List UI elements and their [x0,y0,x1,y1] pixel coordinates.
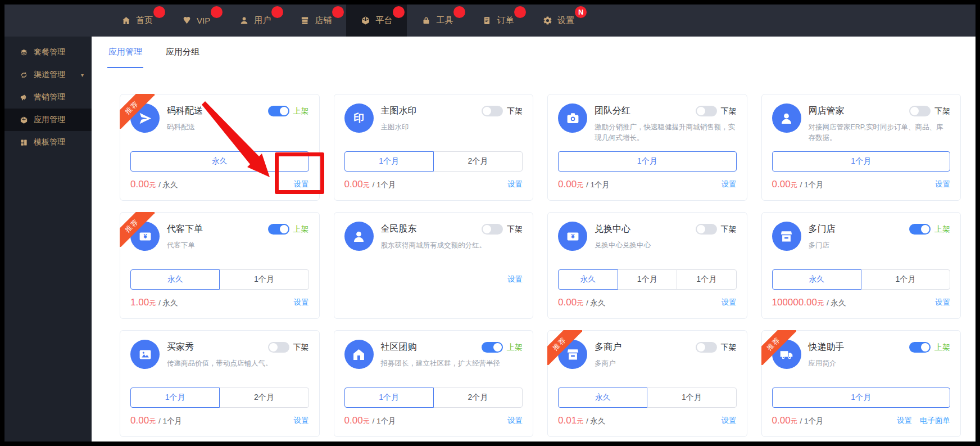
publish-toggle[interactable] [482,224,503,235]
publish-toggle[interactable] [268,106,289,116]
duration-option[interactable]: 永久 [130,151,309,172]
home-icon [121,16,131,25]
publish-toggle[interactable] [696,106,717,116]
app-price: 0.00元/ 永久 [130,179,178,190]
publish-toggle[interactable] [909,342,931,353]
card-header: 社区团购 上架 招募团长，建立社区群，扩大经营半径 [344,340,523,369]
settings-link[interactable]: 设置 [294,298,309,308]
sidebar-item-套餐管理[interactable]: 套餐管理 ▾ [4,41,92,64]
publish-toggle[interactable] [268,342,289,353]
duration-option[interactable]: 2个月 [433,388,523,408]
app-title: 兑换中心 [595,223,630,235]
card-links: 设置 [722,179,737,190]
app-price: 0.00元/ 1个月 [344,179,396,190]
nav-item-label: 平台 [375,15,392,26]
price-row: 1.00元/ 永久 设置 [130,296,309,309]
package-icon [20,48,28,57]
nav-item-订单[interactable]: 订单 [468,4,528,37]
page-body: 套餐管理 ▾ 渠道管理 ▾ 营销管理 ▾ 应用管理 ▾ 模板管理 ▾ 应用管理 … [4,37,976,442]
publish-toggle[interactable] [696,342,717,353]
settings-link[interactable]: 设置 [294,416,309,426]
sidebar: 套餐管理 ▾ 渠道管理 ▾ 营销管理 ▾ 应用管理 ▾ 模板管理 ▾ [4,37,92,442]
publish-toggle[interactable] [696,224,717,235]
sidebar-item-模板管理[interactable]: 模板管理 ▾ [4,131,92,154]
duration-option[interactable]: 1个月 [861,269,950,290]
duration-option[interactable]: 2个月 [219,388,308,408]
app-title: 团队分红 [595,105,630,117]
top-nav: 首页 VIP 用户 店铺 平台 工具 订单 设置 N [4,4,976,37]
nav-item-工具[interactable]: 工具 [407,4,468,37]
card-links: 设置 [935,298,950,308]
app-subtitle: 多门店 [809,240,951,251]
price-row: 0.00元/ 永久 设置 [558,296,737,309]
tab-app-management[interactable]: 应用管理 [107,37,143,68]
chevron-down-icon: ▾ [81,72,84,78]
publish-toggle[interactable] [909,106,931,116]
card-links: 设置 [935,179,950,190]
duration-option[interactable]: 1个月 [647,388,736,408]
sidebar-item-应用管理[interactable]: 应用管理 ▾ [4,109,92,131]
nav-item-VIP[interactable]: VIP [167,4,225,37]
settings-link[interactable]: 设置 [722,298,737,308]
price-row: 0.00元/ 1个月 设置 [344,414,523,427]
tab-bar: 应用管理 应用分组 [92,37,976,68]
app-card-快递助手: 推荐 快递助手 上架 应用简介 1个月 0.00元/ 1个月 设置电子面单 [761,330,961,437]
publish-toggle[interactable] [482,342,503,353]
duration-option[interactable]: 1个月 [344,151,434,172]
app-card-多商户: 推荐 多商户 下架 多商户 永久1个月 0.01元/ 永久 设置 [547,330,747,437]
nav-item-设置[interactable]: 设置 N [528,4,589,37]
app-icon [20,116,28,124]
settings-link[interactable]: 设置 [507,179,523,190]
settings-link[interactable]: 设置 [722,416,737,426]
publish-status: 下架 [721,106,737,116]
stamp-icon: 印 [344,103,374,133]
duration-option[interactable]: 永久 [130,269,220,290]
sidebar-item-营销管理[interactable]: 营销管理 ▾ [4,86,92,109]
settings-link[interactable]: 设置 [507,274,523,285]
duration-option[interactable]: 2个月 [433,151,523,172]
tab-app-groups[interactable]: 应用分组 [165,37,201,68]
price-row: 0.00元/ 1个月 设置电子面单 [772,414,951,427]
card-header: 多商户 下架 多商户 [558,340,737,369]
app-card-码科配送: 推荐 码科配送 上架 码科配送 永久 0.00元/ 永久 设置 [120,94,320,201]
card-links: 设置 [722,416,737,426]
card-header: 码科配送 上架 码科配送 [130,103,309,133]
publish-status: 上架 [507,343,523,353]
duration-option[interactable]: 永久 [772,269,861,290]
shop-icon [300,16,310,25]
publish-toggle[interactable] [909,224,931,235]
app-card-网店管家: 网店管家 下架 对接网店管家ERP,实时同步订单、商品、库存数据。 1个月 0.… [761,94,961,201]
settings-link[interactable]: 设置 [507,416,523,426]
nav-item-店铺[interactable]: 店铺 [285,4,346,37]
duration-option[interactable]: 永久 [558,269,618,290]
duration-option[interactable]: 1个月 [618,269,678,290]
settings-link[interactable]: 设置 [935,298,950,308]
nav-item-label: VIP [197,16,210,25]
nav-item-平台[interactable]: 平台 [346,4,407,37]
card-header: 买家秀 下架 传递商品价值，带动点店铺人气。 [130,340,309,369]
app-card-社区团购: 社区团购 上架 招募团长，建立社区群，扩大经营半径 1个月2个月 0.00元/ … [334,330,534,437]
duration-option[interactable]: 永久 [558,388,647,408]
settings-link[interactable]: 设置 [722,179,737,190]
duration-options: 永久 [130,151,309,172]
duration-option[interactable]: 1个月 [772,388,951,408]
sidebar-item-渠道管理[interactable]: 渠道管理 ▾ [4,64,92,86]
app-description: 招募团长，建立社区群，扩大经营半径 [381,358,523,369]
settings-link[interactable]: 设置 [294,179,309,190]
duration-option[interactable]: 1个月 [344,388,434,408]
card-header: 网店管家 下架 对接网店管家ERP,实时同步订单、商品、库存数据。 [772,103,951,144]
publish-toggle[interactable] [482,106,503,116]
e-waybill-link[interactable]: 电子面单 [920,416,950,426]
duration-option[interactable]: 1个月 [130,388,220,408]
card-links: 设置 [294,298,309,308]
settings-link[interactable]: 设置 [897,416,912,426]
app-title: 主图水印 [381,105,417,117]
nav-item-用户[interactable]: 用户 [225,4,285,37]
duration-option[interactable]: 1个月 [219,269,308,290]
nav-item-首页[interactable]: 首页 [107,4,167,37]
publish-toggle[interactable] [268,224,289,235]
duration-option[interactable]: 1个月 [772,151,951,172]
duration-option[interactable]: 1个月 [558,151,737,172]
settings-link[interactable]: 设置 [935,179,950,190]
duration-option[interactable]: 1个月 [677,269,737,290]
